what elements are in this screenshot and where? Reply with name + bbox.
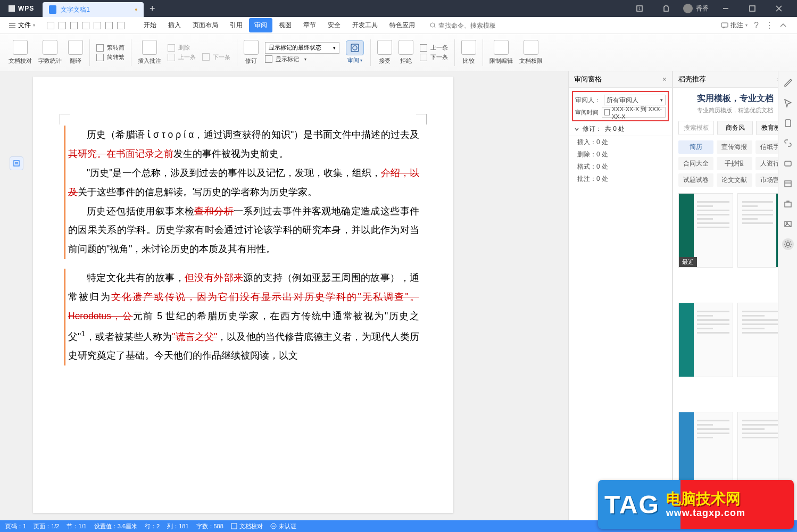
review-doc-preview <box>573 193 668 516</box>
side-edit-icon[interactable] <box>782 77 794 88</box>
menu-tab-5[interactable]: 视图 <box>273 18 297 32</box>
side-select-icon[interactable] <box>782 97 794 109</box>
menu-tab-2[interactable]: 页面布局 <box>187 18 223 32</box>
side-toolbox-icon[interactable] <box>782 198 794 210</box>
menu-tab-7[interactable]: 安全 <box>322 18 346 32</box>
wps-logo: WPS <box>0 5 43 12</box>
status-page[interactable]: 页面：1/2 <box>34 522 59 530</box>
review-date-range-input[interactable]: XXX-XX-X 到 XXX-XX-X <box>602 107 666 118</box>
print-icon[interactable] <box>82 22 89 29</box>
add-tab-button[interactable]: + <box>144 1 161 16</box>
undo-icon[interactable] <box>105 22 113 29</box>
ribbon: 文档校对 字数统计 翻译 繁转简 简转繁 插入批注 删除 上一条 — 下一条 修… <box>0 34 797 71</box>
review-summary[interactable]: 修订： 共 0 处 <box>569 122 672 136</box>
status-section[interactable]: 节：1/1 <box>67 522 86 530</box>
side-gear-icon[interactable] <box>782 238 794 250</box>
template-thumb[interactable]: 最近 <box>678 193 733 268</box>
accept-icon <box>377 40 392 55</box>
stat-format: 格式：0 处 <box>569 161 672 173</box>
print-preview-icon[interactable] <box>94 22 101 29</box>
margin-mark-tl <box>60 114 70 124</box>
tracking-display-combo[interactable]: 显示标记的最终状态 ▾ <box>265 42 339 54</box>
doc-proof-button[interactable]: 文档校对 <box>5 34 35 71</box>
status-proof[interactable]: 文档校对 <box>231 522 263 530</box>
command-search[interactable] <box>430 22 587 29</box>
collapse-ribbon-icon[interactable] <box>780 23 786 28</box>
comments-dropdown-button[interactable]: 批注 ▾ <box>721 21 748 30</box>
side-wallet-icon[interactable] <box>782 157 794 169</box>
trad-to-simp-button[interactable]: 繁转简 <box>96 44 124 52</box>
review-pane-button[interactable]: 审阅▾ <box>343 40 367 64</box>
wps-label: WPS <box>18 5 34 12</box>
save-icon[interactable] <box>70 22 78 29</box>
close-button[interactable] <box>769 2 788 15</box>
stat-delete: 删除：0 处 <box>569 148 672 161</box>
status-row[interactable]: 行：2 <box>145 522 160 530</box>
simp-to-trad-button[interactable]: 简转繁 <box>96 53 124 61</box>
show-marks-button[interactable]: 显示标记▾ <box>265 55 339 63</box>
template-tag[interactable]: 合同大全 <box>678 157 713 170</box>
reject-icon <box>399 40 413 55</box>
menu-tab-8[interactable]: 开发工具 <box>347 18 383 32</box>
status-position[interactable]: 设置值：3.6厘米 <box>94 522 137 530</box>
prev-change-button[interactable]: 上一条 <box>420 44 448 52</box>
side-link-icon[interactable] <box>782 137 794 149</box>
translate-icon <box>68 40 83 55</box>
document-tab[interactable]: 文字文稿1 • <box>43 2 144 17</box>
word-count-button[interactable]: 字数统计 <box>35 34 65 71</box>
revise-button[interactable]: 修订 <box>240 34 262 71</box>
minimize-button[interactable] <box>716 2 735 15</box>
side-image-icon[interactable] <box>782 218 794 230</box>
template-search-input[interactable]: 搜索模板 <box>678 121 714 135</box>
notification-icon[interactable]: 1 <box>630 2 649 15</box>
document-area[interactable]: 历史（希腊语 ἱ σ τ ο ρ ί α，通过调查获得的知识"）是书面文件中描述… <box>0 71 568 520</box>
skin-icon[interactable] <box>657 2 676 15</box>
redo-icon[interactable] <box>117 22 124 29</box>
doc-icon <box>49 5 56 14</box>
template-thumb[interactable] <box>678 303 733 377</box>
template-cat-business[interactable]: 商务风 <box>717 121 753 135</box>
avatar-icon <box>683 4 693 13</box>
menu-tab-9[interactable]: 特色应用 <box>384 18 420 32</box>
more-icon[interactable]: ⋮ <box>765 20 774 30</box>
menu-tab-3[interactable]: 引用 <box>225 18 248 32</box>
quick-access-toolbar <box>41 22 130 29</box>
template-thumb[interactable] <box>678 412 733 486</box>
status-words[interactable]: 字数：588 <box>196 522 223 530</box>
review-pane: 审阅窗格 × 审阅人： 所有审阅人 ▾ 审阅时间 XXX-XX-X 到 XXX-… <box>568 71 673 520</box>
maximize-button[interactable] <box>743 2 762 15</box>
accept-button[interactable]: 接受 <box>374 34 395 71</box>
side-calendar-icon[interactable] <box>782 178 794 189</box>
next-change-button[interactable]: 下一条 <box>420 53 448 61</box>
new-file-icon[interactable] <box>47 22 54 29</box>
insert-comment-button[interactable]: 插入批注 <box>135 34 164 71</box>
template-tag[interactable]: 试题试卷 <box>678 173 713 187</box>
reject-button[interactable]: 拒绝 <box>395 34 417 71</box>
open-file-icon[interactable] <box>59 22 66 29</box>
menu-tab-4[interactable]: 审阅 <box>249 18 272 32</box>
user-area[interactable]: 香香 <box>683 4 709 13</box>
doc-permission-button[interactable]: 文档权限 <box>516 34 546 71</box>
reviewer-select[interactable]: 所有审阅人 ▾ <box>604 95 666 105</box>
translate-button[interactable]: 翻译 <box>65 34 86 71</box>
template-tag[interactable]: 论文文献 <box>717 173 752 187</box>
status-page-no[interactable]: 页码：1 <box>5 522 26 530</box>
menu-tab-0[interactable]: 开始 <box>138 18 162 32</box>
template-tag[interactable]: 简历 <box>678 140 713 154</box>
review-pane-close-button[interactable]: × <box>662 75 667 84</box>
command-search-input[interactable] <box>438 22 587 29</box>
menu-tab-6[interactable]: 章节 <box>298 18 321 32</box>
status-auth[interactable]: 未认证 <box>270 522 296 530</box>
template-tag[interactable]: 手抄报 <box>717 157 752 170</box>
permission-icon <box>524 40 538 55</box>
help-icon[interactable]: ? <box>754 21 759 30</box>
status-col[interactable]: 列：181 <box>167 522 188 530</box>
side-clipboard-icon[interactable] <box>782 117 794 129</box>
compare-button[interactable]: 比较 <box>458 34 479 71</box>
menu-tab-1[interactable]: 插入 <box>163 18 186 32</box>
paragraph-tool[interactable] <box>10 156 23 170</box>
wps-icon <box>9 5 15 12</box>
restrict-edit-button[interactable]: 限制编辑 <box>486 34 516 71</box>
file-menu-button[interactable]: 文件 ▾ <box>4 19 39 32</box>
template-tag[interactable]: 宣传海报 <box>717 140 752 154</box>
